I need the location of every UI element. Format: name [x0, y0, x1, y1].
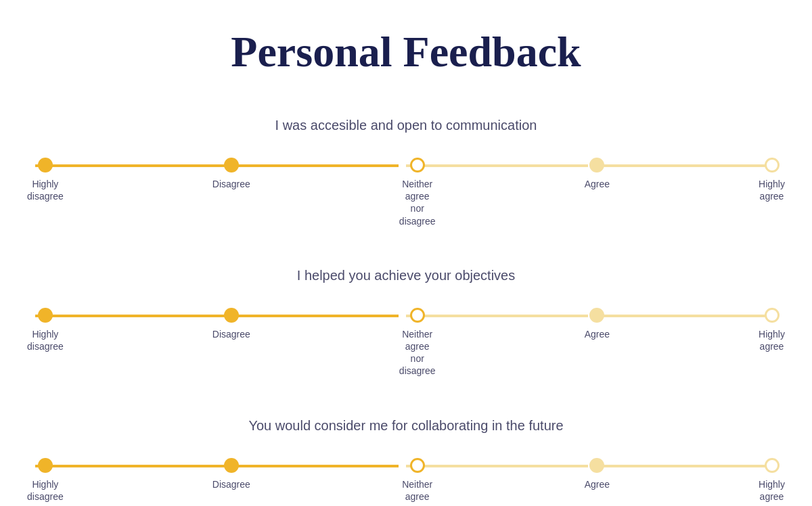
scale-point-1-3[interactable]: Neitheragreenordisagree: [399, 158, 436, 227]
page-title: Personal Feedback: [27, 27, 785, 77]
scale-label-3-2: Disagree: [212, 478, 250, 490]
scale-label-1-2: Disagree: [212, 178, 250, 190]
scale-label-3-4: Agree: [585, 478, 610, 490]
dot-2-5: [765, 308, 780, 323]
dot-1-2: [224, 158, 239, 172]
scale-point-2-3[interactable]: Neitheragreenordisagree: [399, 308, 436, 377]
scale-label-1-5: Highlyagree: [759, 178, 785, 202]
question-block-3: You would consider me for collaborating …: [27, 418, 785, 507]
question-label-3: You would consider me for collaborating …: [27, 418, 785, 434]
scale-point-3-1[interactable]: Highlydisagree: [27, 458, 64, 503]
track-seg-3-4: [595, 465, 777, 467]
question-label-2: I helped you achieve your objectives: [27, 268, 785, 283]
dot-2-3: [410, 308, 425, 323]
scale-point-2-5[interactable]: Highlyagree: [759, 308, 785, 352]
scale-point-2-4[interactable]: Agree: [585, 308, 610, 340]
scale-label-1-1: Highlydisagree: [27, 178, 64, 202]
dot-2-2: [224, 308, 239, 323]
scale-point-1-4[interactable]: Agree: [585, 158, 610, 190]
scale-label-1-3: Neitheragreenordisagree: [399, 178, 436, 227]
scale-point-1-1[interactable]: Highlydisagree: [27, 158, 64, 202]
scale-row-2: Highlydisagree Disagree Neitheragreenord…: [27, 308, 785, 377]
scale-label-2-1: Highlydisagree: [27, 328, 64, 352]
scale-row-1: Highlydisagree Disagree Neitheragreenord…: [27, 158, 785, 227]
dot-3-1: [38, 458, 53, 473]
scale-point-3-5[interactable]: Highlyagree: [759, 458, 785, 503]
dot-1-1: [38, 158, 53, 172]
scale-label-3-1: Highlydisagree: [27, 478, 64, 503]
dot-3-5: [765, 458, 780, 473]
dot-1-4: [589, 158, 604, 172]
scale-point-3-2[interactable]: Disagree: [212, 458, 250, 490]
question-block-2: I helped you achieve your objectives Hig…: [27, 268, 785, 377]
dot-2-1: [38, 308, 53, 323]
dot-3-2: [224, 458, 239, 473]
scale-label-2-4: Agree: [585, 328, 610, 340]
scale-label-3-3: Neitheragreenordisagree: [399, 478, 436, 507]
scale-point-3-3[interactable]: Neitheragreenordisagree: [399, 458, 436, 507]
dot-3-4: [589, 458, 604, 473]
scale-label-3-5: Highlyagree: [759, 478, 785, 503]
scale-label-2-2: Disagree: [212, 328, 250, 340]
dot-2-4: [589, 308, 604, 323]
dot-3-3: [410, 458, 425, 473]
scale-row-3: Highlydisagree Disagree Neitheragreenord…: [27, 458, 785, 507]
scale-label-2-3: Neitheragreenordisagree: [399, 328, 436, 377]
question-block-1: I was accesible and open to communicatio…: [27, 118, 785, 227]
dot-1-3: [410, 158, 425, 172]
track-seg-1-4: [595, 164, 777, 167]
scale-point-2-2[interactable]: Disagree: [212, 308, 250, 340]
scale-label-1-4: Agree: [585, 178, 610, 190]
scale-label-2-5: Highlyagree: [759, 328, 785, 352]
track-seg-2-4: [595, 315, 777, 317]
scale-point-3-4[interactable]: Agree: [585, 458, 610, 490]
scale-point-1-5[interactable]: Highlyagree: [759, 158, 785, 202]
scale-point-1-2[interactable]: Disagree: [212, 158, 250, 190]
dot-1-5: [765, 158, 780, 172]
scale-point-2-1[interactable]: Highlydisagree: [27, 308, 64, 352]
question-label-1: I was accesible and open to communicatio…: [27, 118, 785, 133]
page-container: Personal Feedback I was accesible and op…: [0, 0, 812, 506]
